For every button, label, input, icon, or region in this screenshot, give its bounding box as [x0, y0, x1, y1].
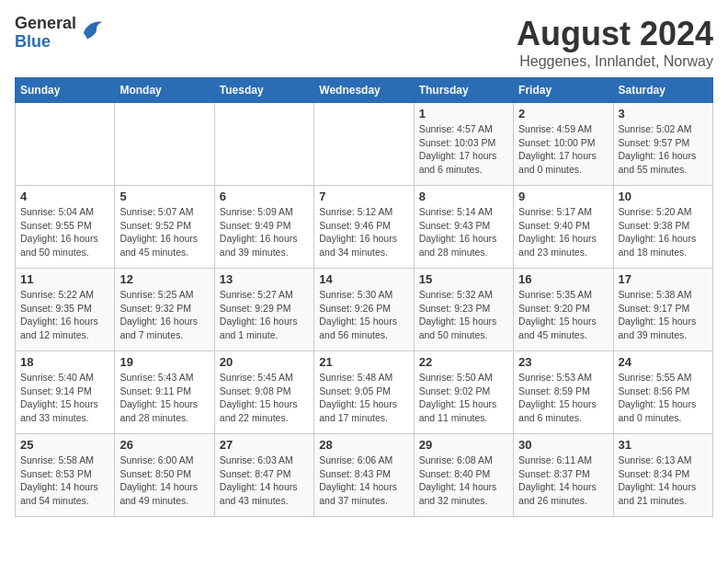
calendar-cell: 23Sunrise: 5:53 AM Sunset: 8:59 PM Dayli… — [514, 351, 613, 434]
day-detail: Sunrise: 5:53 AM Sunset: 8:59 PM Dayligh… — [518, 371, 608, 425]
day-number: 24 — [619, 355, 708, 369]
calendar-cell: 19Sunrise: 5:43 AM Sunset: 9:11 PM Dayli… — [115, 351, 214, 434]
day-detail: Sunrise: 5:02 AM Sunset: 9:57 PM Dayligh… — [619, 122, 708, 177]
calendar-cell: 20Sunrise: 5:45 AM Sunset: 9:08 PM Dayli… — [214, 351, 313, 434]
calendar-week-4: 18Sunrise: 5:40 AM Sunset: 9:14 PM Dayli… — [16, 351, 713, 434]
day-detail: Sunrise: 6:11 AM Sunset: 8:37 PM Dayligh… — [518, 454, 608, 508]
day-detail: Sunrise: 5:04 AM Sunset: 9:55 PM Dayligh… — [20, 205, 109, 259]
calendar-cell: 16Sunrise: 5:35 AM Sunset: 9:20 PM Dayli… — [514, 269, 613, 351]
day-number: 18 — [20, 355, 109, 369]
calendar-cell: 2Sunrise: 4:59 AM Sunset: 10:00 PM Dayli… — [514, 103, 613, 186]
day-detail: Sunrise: 5:12 AM Sunset: 9:46 PM Dayligh… — [319, 205, 408, 259]
day-number: 23 — [518, 355, 608, 369]
calendar-cell: 22Sunrise: 5:50 AM Sunset: 9:02 PM Dayli… — [414, 351, 513, 434]
calendar-cell: 24Sunrise: 5:55 AM Sunset: 8:56 PM Dayli… — [613, 351, 712, 434]
calendar-week-3: 11Sunrise: 5:22 AM Sunset: 9:35 PM Dayli… — [16, 269, 713, 351]
day-detail: Sunrise: 5:35 AM Sunset: 9:20 PM Dayligh… — [518, 288, 608, 342]
day-number: 22 — [419, 355, 508, 369]
day-number: 9 — [518, 190, 608, 203]
day-detail: Sunrise: 5:45 AM Sunset: 9:08 PM Dayligh… — [220, 371, 309, 425]
calendar-header: Sunday Monday Tuesday Wednesday Thursday… — [16, 78, 713, 103]
calendar-cell: 14Sunrise: 5:30 AM Sunset: 9:26 PM Dayli… — [314, 269, 414, 351]
logo: General Blue — [15, 15, 104, 52]
day-detail: Sunrise: 5:09 AM Sunset: 9:49 PM Dayligh… — [220, 205, 309, 259]
day-detail: Sunrise: 4:59 AM Sunset: 10:00 PM Daylig… — [518, 122, 608, 177]
calendar-cell — [214, 103, 313, 186]
calendar-cell: 28Sunrise: 6:06 AM Sunset: 8:43 PM Dayli… — [314, 434, 414, 517]
col-monday: Monday — [115, 78, 214, 103]
day-detail: Sunrise: 5:55 AM Sunset: 8:56 PM Dayligh… — [619, 371, 708, 425]
calendar-cell: 4Sunrise: 5:04 AM Sunset: 9:55 PM Daylig… — [16, 186, 115, 269]
calendar-cell: 27Sunrise: 6:03 AM Sunset: 8:47 PM Dayli… — [214, 434, 313, 517]
calendar-week-1: 1Sunrise: 4:57 AM Sunset: 10:03 PM Dayli… — [16, 103, 713, 186]
logo-general-text: General — [15, 15, 76, 33]
col-friday: Friday — [514, 78, 613, 103]
day-number: 1 — [419, 107, 508, 121]
page-header: General Blue August 2024 Heggenes, Innla… — [15, 15, 713, 70]
calendar-cell: 30Sunrise: 6:11 AM Sunset: 8:37 PM Dayli… — [514, 434, 613, 517]
calendar-cell: 5Sunrise: 5:07 AM Sunset: 9:52 PM Daylig… — [115, 186, 214, 269]
day-number: 17 — [619, 272, 708, 286]
day-detail: Sunrise: 5:30 AM Sunset: 9:26 PM Dayligh… — [319, 288, 408, 342]
main-title: August 2024 — [517, 15, 713, 53]
day-number: 10 — [619, 190, 708, 203]
day-detail: Sunrise: 5:17 AM Sunset: 9:40 PM Dayligh… — [518, 205, 608, 259]
logo-bird-icon — [78, 17, 104, 49]
day-number: 3 — [619, 107, 708, 121]
calendar-body: 1Sunrise: 4:57 AM Sunset: 10:03 PM Dayli… — [16, 103, 713, 517]
day-detail: Sunrise: 5:58 AM Sunset: 8:53 PM Dayligh… — [20, 454, 109, 508]
calendar-cell: 17Sunrise: 5:38 AM Sunset: 9:17 PM Dayli… — [613, 269, 712, 351]
calendar-week-5: 25Sunrise: 5:58 AM Sunset: 8:53 PM Dayli… — [16, 434, 713, 517]
calendar-cell — [115, 103, 214, 186]
day-number: 6 — [220, 190, 309, 203]
day-detail: Sunrise: 6:08 AM Sunset: 8:40 PM Dayligh… — [419, 454, 508, 508]
logo-blue-text: Blue — [15, 33, 76, 52]
day-number: 2 — [518, 107, 608, 121]
col-tuesday: Tuesday — [214, 78, 313, 103]
calendar-cell: 9Sunrise: 5:17 AM Sunset: 9:40 PM Daylig… — [514, 186, 613, 269]
day-detail: Sunrise: 5:14 AM Sunset: 9:43 PM Dayligh… — [419, 205, 508, 259]
calendar-cell: 6Sunrise: 5:09 AM Sunset: 9:49 PM Daylig… — [214, 186, 313, 269]
day-detail: Sunrise: 5:43 AM Sunset: 9:11 PM Dayligh… — [119, 371, 209, 425]
day-detail: Sunrise: 6:13 AM Sunset: 8:34 PM Dayligh… — [619, 454, 708, 508]
day-detail: Sunrise: 6:03 AM Sunset: 8:47 PM Dayligh… — [220, 454, 309, 508]
calendar-cell: 13Sunrise: 5:27 AM Sunset: 9:29 PM Dayli… — [214, 269, 313, 351]
col-thursday: Thursday — [414, 78, 513, 103]
day-detail: Sunrise: 5:22 AM Sunset: 9:35 PM Dayligh… — [20, 288, 109, 342]
day-number: 14 — [319, 272, 408, 286]
calendar-cell: 21Sunrise: 5:48 AM Sunset: 9:05 PM Dayli… — [314, 351, 414, 434]
day-number: 7 — [319, 190, 408, 203]
calendar-cell: 12Sunrise: 5:25 AM Sunset: 9:32 PM Dayli… — [115, 269, 214, 351]
calendar-cell: 3Sunrise: 5:02 AM Sunset: 9:57 PM Daylig… — [613, 103, 712, 186]
day-detail: Sunrise: 5:25 AM Sunset: 9:32 PM Dayligh… — [119, 288, 209, 342]
day-number: 21 — [319, 355, 408, 369]
calendar-cell: 8Sunrise: 5:14 AM Sunset: 9:43 PM Daylig… — [414, 186, 513, 269]
calendar-cell: 10Sunrise: 5:20 AM Sunset: 9:38 PM Dayli… — [613, 186, 712, 269]
day-number: 16 — [518, 272, 608, 286]
day-detail: Sunrise: 5:32 AM Sunset: 9:23 PM Dayligh… — [419, 288, 508, 342]
day-detail: Sunrise: 5:27 AM Sunset: 9:29 PM Dayligh… — [220, 288, 309, 342]
calendar-cell: 26Sunrise: 6:00 AM Sunset: 8:50 PM Dayli… — [115, 434, 214, 517]
calendar-week-2: 4Sunrise: 5:04 AM Sunset: 9:55 PM Daylig… — [16, 186, 713, 269]
day-number: 4 — [20, 190, 109, 203]
calendar-cell — [314, 103, 414, 186]
calendar-cell — [16, 103, 115, 186]
day-number: 27 — [220, 438, 309, 452]
day-number: 12 — [119, 272, 209, 286]
calendar-table: Sunday Monday Tuesday Wednesday Thursday… — [15, 77, 713, 517]
calendar-cell: 29Sunrise: 6:08 AM Sunset: 8:40 PM Dayli… — [414, 434, 513, 517]
day-detail: Sunrise: 5:48 AM Sunset: 9:05 PM Dayligh… — [319, 371, 408, 425]
day-number: 15 — [419, 272, 508, 286]
day-number: 26 — [119, 438, 209, 452]
calendar-cell: 31Sunrise: 6:13 AM Sunset: 8:34 PM Dayli… — [613, 434, 712, 517]
day-detail: Sunrise: 5:40 AM Sunset: 9:14 PM Dayligh… — [20, 371, 109, 425]
day-number: 13 — [220, 272, 309, 286]
day-detail: Sunrise: 6:06 AM Sunset: 8:43 PM Dayligh… — [319, 454, 408, 508]
day-number: 30 — [518, 438, 608, 452]
day-detail: Sunrise: 5:20 AM Sunset: 9:38 PM Dayligh… — [619, 205, 708, 259]
col-saturday: Saturday — [613, 78, 712, 103]
calendar-cell: 25Sunrise: 5:58 AM Sunset: 8:53 PM Dayli… — [16, 434, 115, 517]
day-number: 29 — [419, 438, 508, 452]
day-number: 25 — [20, 438, 109, 452]
day-number: 19 — [119, 355, 209, 369]
